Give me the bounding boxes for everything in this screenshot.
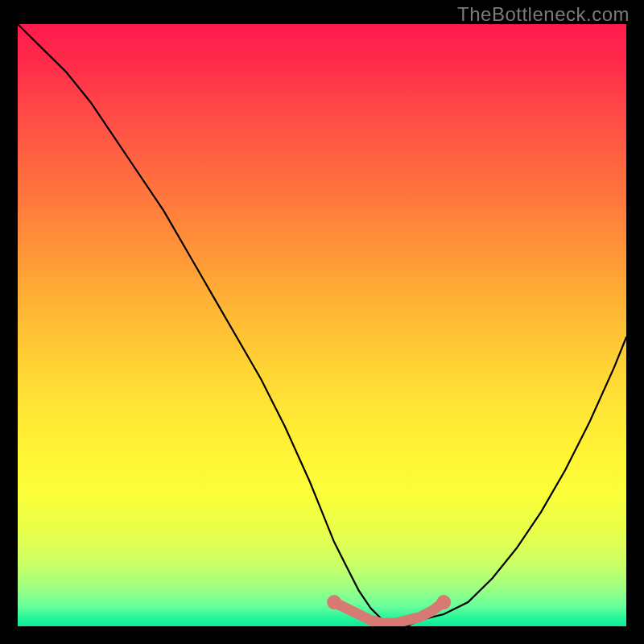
bottleneck-curve: [18, 24, 626, 626]
chart-svg: [18, 24, 626, 626]
chart-frame: TheBottleneck.com: [0, 0, 644, 644]
watermark-text: TheBottleneck.com: [457, 3, 630, 26]
optimal-range-start-dot: [327, 595, 341, 609]
optimal-range-highlight: [334, 602, 444, 623]
optimal-range-end-dot: [436, 595, 451, 609]
plot-area: [18, 24, 626, 626]
